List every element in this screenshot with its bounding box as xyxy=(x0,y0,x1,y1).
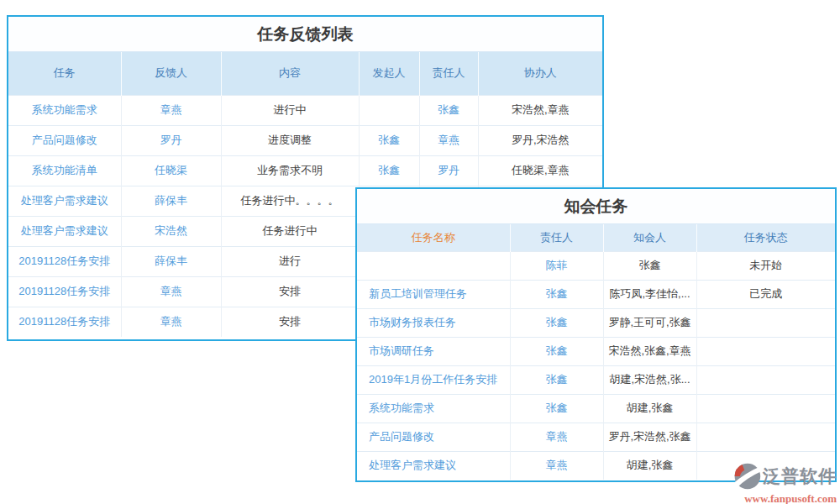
responsible-cell[interactable]: 章燕 xyxy=(419,125,478,155)
task-name-cell[interactable]: 2019年1月份工作任务安排 xyxy=(357,365,510,394)
column-header-assistants: 协办人 xyxy=(478,52,602,95)
status-cell xyxy=(696,423,835,451)
notified-cell: 胡建,张鑫 xyxy=(603,451,696,480)
notified-cell: 胡建,张鑫 xyxy=(603,394,696,423)
notified-cell: 张鑫 xyxy=(603,251,696,280)
notified-cell: 宋浩然,张鑫,章燕 xyxy=(603,337,696,365)
responsible-cell[interactable]: 章燕 xyxy=(510,451,603,480)
content-cell: 进度调整 xyxy=(221,125,359,155)
brand-url: www.fanpusoft.com xyxy=(721,492,837,504)
task-name-cell[interactable]: 系统功能需求 xyxy=(357,394,510,423)
table-row: 产品问题修改 罗丹 进度调整 张鑫 章燕 罗丹,宋浩然 xyxy=(8,125,602,155)
task-name-cell[interactable]: 新员工培训管理任务 xyxy=(357,280,510,308)
column-header-responsible: 责任人 xyxy=(510,224,603,251)
assistants-cell: 任晓渠,章燕 xyxy=(478,155,602,186)
table-row: 陈菲 张鑫 未开始 xyxy=(357,251,835,280)
responsible-cell[interactable]: 陈菲 xyxy=(510,251,603,280)
column-header-responsible: 责任人 xyxy=(419,52,478,95)
fanpu-logo-icon xyxy=(732,461,762,491)
content-cell: 安排 xyxy=(221,276,359,307)
feedback-table-title: 任务反馈列表 xyxy=(8,17,602,52)
column-header-status: 任务状态 xyxy=(696,224,835,251)
responsible-cell[interactable]: 张鑫 xyxy=(419,95,478,125)
notify-header-row: 任务名称 责任人 知会人 任务状态 xyxy=(357,224,835,251)
task-name-cell[interactable]: 市场财务报表任务 xyxy=(357,308,510,337)
assistants-cell: 罗丹,宋浩然 xyxy=(478,125,602,155)
column-header-feedback-person: 反馈人 xyxy=(121,52,221,95)
table-row: 市场调研任务 张鑫 宋浩然,张鑫,章燕 xyxy=(357,337,835,365)
feedback-person-cell[interactable]: 任晓渠 xyxy=(121,155,221,186)
content-cell: 安排 xyxy=(221,307,359,337)
responsible-cell[interactable]: 张鑫 xyxy=(510,394,603,423)
initiator-cell[interactable]: 张鑫 xyxy=(359,125,419,155)
content-cell: 任务进行中。。。。 xyxy=(221,186,359,216)
responsible-cell[interactable]: 张鑫 xyxy=(510,365,603,394)
table-row: 新员工培训管理任务 张鑫 陈巧凤,李佳怡,... 已完成 xyxy=(357,280,835,308)
table-row: 市场财务报表任务 张鑫 罗静,王可可,张鑫 xyxy=(357,308,835,337)
status-cell: 未开始 xyxy=(696,251,835,280)
task-cell[interactable]: 产品问题修改 xyxy=(8,125,121,155)
responsible-cell[interactable]: 张鑫 xyxy=(510,280,603,308)
table-row: 系统功能需求 章燕 进行中 张鑫 宋浩然,章燕 xyxy=(8,95,602,125)
task-name-cell[interactable] xyxy=(357,251,510,280)
task-cell[interactable]: 处理客户需求建议 xyxy=(8,186,121,216)
task-name-cell[interactable]: 产品问题修改 xyxy=(357,423,510,451)
content-cell: 进行 xyxy=(221,246,359,276)
notified-cell: 罗静,王可可,张鑫 xyxy=(603,308,696,337)
brand-name: 泛普软件 xyxy=(763,466,837,486)
status-cell xyxy=(696,337,835,365)
table-row: 产品问题修改 章燕 罗丹,宋浩然,张鑫 xyxy=(357,423,835,451)
status-cell xyxy=(696,394,835,423)
page-background: 任务反馈列表 任务 反馈人 内容 发起人 责任人 协办人 系统功能需求 xyxy=(0,0,840,504)
responsible-cell[interactable]: 罗丹 xyxy=(419,155,478,186)
content-cell: 业务需求不明 xyxy=(221,155,359,186)
feedback-person-cell[interactable]: 章燕 xyxy=(121,307,221,337)
notified-cell: 罗丹,宋浩然,张鑫 xyxy=(603,423,696,451)
notify-table-card: 知会任务 任务名称 责任人 知会人 任务状态 陈菲 张鑫 未开始 xyxy=(355,187,837,482)
responsible-cell[interactable]: 张鑫 xyxy=(510,337,603,365)
content-cell: 进行中 xyxy=(221,95,359,125)
task-name-cell[interactable]: 处理客户需求建议 xyxy=(357,451,510,480)
responsible-cell[interactable]: 章燕 xyxy=(510,423,603,451)
table-row: 2019年1月份工作任务安排 张鑫 胡建,宋浩然,张... xyxy=(357,365,835,394)
initiator-cell[interactable]: 张鑫 xyxy=(359,155,419,186)
task-name-cell[interactable]: 市场调研任务 xyxy=(357,337,510,365)
task-cell[interactable]: 20191128任务安排 xyxy=(8,307,121,337)
table-row: 系统功能清单 任晓渠 业务需求不明 张鑫 罗丹 任晓渠,章燕 xyxy=(8,155,602,186)
feedback-person-cell[interactable]: 薛保丰 xyxy=(121,186,221,216)
column-header-notified: 知会人 xyxy=(603,224,696,251)
responsible-cell[interactable]: 张鑫 xyxy=(510,308,603,337)
assistants-cell: 宋浩然,章燕 xyxy=(478,95,602,125)
initiator-cell[interactable] xyxy=(359,95,419,125)
feedback-person-cell[interactable]: 薛保丰 xyxy=(121,246,221,276)
feedback-person-cell[interactable]: 章燕 xyxy=(121,95,221,125)
status-cell xyxy=(696,365,835,394)
task-cell[interactable]: 系统功能需求 xyxy=(8,95,121,125)
status-cell xyxy=(696,308,835,337)
task-cell[interactable]: 20191128任务安排 xyxy=(8,276,121,307)
brand-watermark: 泛普软件 www.fanpusoft.com xyxy=(721,461,837,504)
column-header-initiator: 发起人 xyxy=(359,52,419,95)
task-cell[interactable]: 处理客户需求建议 xyxy=(8,216,121,246)
column-header-task: 任务 xyxy=(8,52,121,95)
feedback-person-cell[interactable]: 宋浩然 xyxy=(121,216,221,246)
status-cell: 已完成 xyxy=(696,280,835,308)
feedback-header-row: 任务 反馈人 内容 发起人 责任人 协办人 xyxy=(8,52,602,95)
notified-cell: 胡建,宋浩然,张... xyxy=(603,365,696,394)
column-header-content: 内容 xyxy=(221,52,359,95)
notified-cell: 陈巧凤,李佳怡,... xyxy=(603,280,696,308)
content-cell: 任务进行中 xyxy=(221,216,359,246)
table-row: 系统功能需求 张鑫 胡建,张鑫 xyxy=(357,394,835,423)
column-header-task-name: 任务名称 xyxy=(357,224,510,251)
task-cell[interactable]: 20191128任务安排 xyxy=(8,246,121,276)
feedback-person-cell[interactable]: 章燕 xyxy=(121,276,221,307)
feedback-person-cell[interactable]: 罗丹 xyxy=(121,125,221,155)
task-cell[interactable]: 系统功能清单 xyxy=(8,155,121,186)
notify-table: 任务名称 责任人 知会人 任务状态 陈菲 张鑫 未开始 新员工培训管理任务 张鑫… xyxy=(357,224,835,480)
notify-table-title: 知会任务 xyxy=(357,189,835,224)
